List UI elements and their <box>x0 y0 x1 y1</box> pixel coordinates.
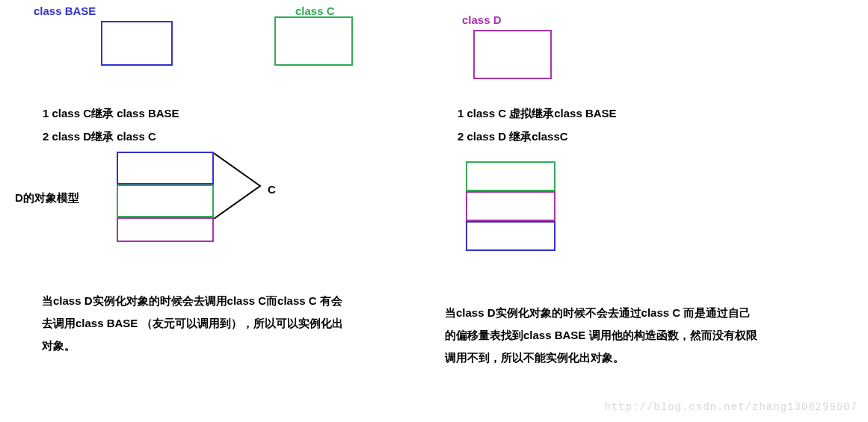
class-c-label: class C <box>295 4 335 17</box>
left-rule1: 1 class C继承 class BASE <box>43 107 179 121</box>
class-base-label: class BASE <box>34 4 96 17</box>
bracket-icon <box>214 152 266 220</box>
bracket-label: C <box>268 183 276 196</box>
class-d-box <box>473 30 552 79</box>
watermark: http://blog.csdn.net/zhang1308299607 <box>605 401 858 413</box>
left-model-d-box <box>117 217 214 242</box>
right-rule1: 1 class C 虚拟继承class BASE <box>458 107 617 121</box>
right-model-base-box <box>466 221 555 251</box>
right-model-d-box <box>466 191 555 221</box>
left-model-base-box <box>117 152 214 184</box>
class-base-box <box>101 21 173 66</box>
class-c-box <box>274 16 353 66</box>
left-paragraph: 当class D实例化对象的时候会去调用class C而class C 有会去调… <box>42 290 348 357</box>
left-rule2: 2 class D继承 class C <box>43 130 156 144</box>
right-model-c-box <box>466 161 555 191</box>
class-d-label: class D <box>462 13 502 26</box>
right-rule2: 2 class D 继承classC <box>458 130 568 144</box>
right-paragraph: 当class D实例化对象的时候不会去通过class C 而是通过自己的偏移量表… <box>445 302 759 369</box>
left-model-c-box <box>117 184 214 217</box>
left-model-label: D的对象模型 <box>15 191 79 205</box>
